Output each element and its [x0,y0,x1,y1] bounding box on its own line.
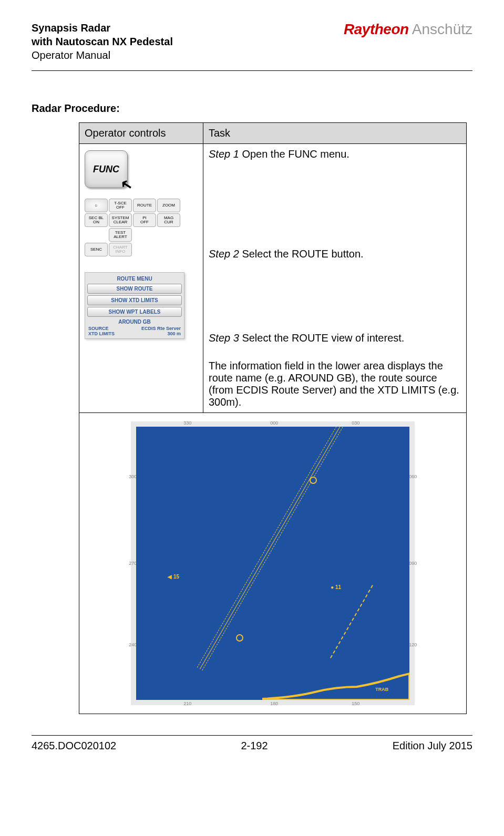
route-source-row: SOURCE ECDIS Rte Server [87,326,182,331]
btn-secbl[interactable]: SEC BL ON [85,213,108,227]
step-1: Step 1 Open the FUNC menu. [209,148,461,227]
route-menu-title: ROUTE MENU [87,276,182,282]
secondary-track [330,585,373,658]
func-label: FUNC [93,164,119,175]
btn-pi[interactable]: PI OFF [133,213,156,227]
tick-180: 180 [270,701,278,706]
page-footer: 4265.DOC020102 2-192 Edition July 2015 [32,735,472,752]
col-header-controls: Operator controls [79,123,203,144]
waypoint-1 [236,634,243,642]
btn-show-route[interactable]: SHOW ROUTE [87,284,182,294]
tick-030: 030 [352,420,359,426]
header-title-block: Synapsis Radar with Nautoscan NX Pedesta… [32,21,173,62]
section-title: Radar Procedure: [32,102,472,115]
tick-090: 090 [409,561,417,566]
source-key: SOURCE [88,326,109,331]
subtitle: Operator Manual [32,48,173,62]
func-menu-grid: ☼ T-SCE OFF ROUTE ZOOM SEC BL ON SYSTEM … [85,199,198,256]
header-divider [32,70,472,71]
col-header-task: Task [203,123,467,144]
route-xtd-row: XTD LIMITS 300 m [87,331,182,336]
radar-cell: 330 000 030 300 270 240 060 090 120 210 … [79,413,467,714]
step-1-label: Step 1 [209,148,239,160]
footer-page: 2-192 [241,740,268,752]
btn-route[interactable]: ROUTE [133,199,156,212]
step-2-label: Step 2 [209,248,239,260]
footer-doc: 4265.DOC020102 [32,740,116,752]
procedure-table: Operator controls Task FUNC ↖ ☼ T-SCE OF… [79,122,467,714]
xtd-key: XTD LIMITS [88,331,115,336]
title-line-1: Synapsis Radar [32,21,173,35]
task-cell: Step 1 Open the FUNC menu. Step 2 Select… [203,144,467,413]
tick-330: 330 [183,420,191,426]
label-trab: TRAB [375,687,388,692]
brightness-icon[interactable]: ☼ [85,199,108,212]
route-name: AROUND GB [87,319,182,325]
step-3-text: Select the ROUTE view of interest. [239,332,405,344]
tick-000: 000 [270,420,278,426]
btn-senc[interactable]: SENC [85,243,108,256]
page-header: Synapsis Radar with Nautoscan NX Pedesta… [32,21,472,67]
controls-cell: FUNC ↖ ☼ T-SCE OFF ROUTE ZOOM SEC BL ON … [79,144,203,413]
step-1-text: Open the FUNC menu. [239,148,349,160]
coastline [262,668,409,700]
tick-060: 060 [409,474,417,479]
tick-210: 210 [183,701,191,706]
info-paragraph: The information field in the lower area … [209,360,461,408]
step-3: Step 3 Select the ROUTE view of interest… [209,332,461,344]
tick-270: 270 [129,561,137,566]
title-line-2: with Nautoscan NX Pedestal [32,35,173,48]
btn-zoom[interactable]: ZOOM [157,199,180,212]
xtd-value: 300 m [167,331,181,336]
marker-11: ● 11 [331,584,341,590]
radar-inner: ◀ 15 ● 11 TRAB [136,427,409,700]
waypoint-2 [310,477,317,484]
func-button-graphic: FUNC ↖ [85,150,128,188]
route-centerline [200,427,353,669]
step-3-label: Step 3 [209,332,239,344]
brand-secondary: Anschütz [412,21,472,37]
btn-sysclear[interactable]: SYSTEM CLEAR [109,213,132,227]
marker-15: ◀ 15 [168,574,179,580]
source-value: ECDIS Rte Server [141,326,181,331]
cursor-icon: ↖ [117,175,134,195]
tick-300: 300 [129,474,137,479]
tick-240: 240 [129,642,137,647]
btn-chartinfo[interactable]: CHART INFO [109,243,132,256]
tick-150: 150 [352,701,359,706]
step-2: Step 2 Select the ROUTE button. [209,248,461,311]
route-corridor [197,427,355,670]
brand-primary: Raytheon [344,21,409,37]
step-2-text: Select the ROUTE button. [239,248,364,260]
route-menu-panel: ROUTE MENU SHOW ROUTE SHOW XTD LIMITS SH… [85,272,184,339]
btn-magcur[interactable]: MAG CUR [157,213,180,227]
btn-tsce[interactable]: T-SCE OFF [109,199,132,212]
btn-show-xtd[interactable]: SHOW XTD LIMITS [87,295,182,305]
btn-testalert[interactable]: TEST ALERT [109,228,132,242]
brand-block: Raytheon Anschütz [344,21,472,38]
footer-edition: Edition July 2015 [393,740,472,752]
radar-display: 330 000 030 300 270 240 060 090 120 210 … [131,421,415,705]
func-button[interactable]: FUNC ↖ [85,150,128,188]
btn-show-wpt[interactable]: SHOW WPT LABELS [87,307,182,317]
tick-120: 120 [409,642,417,647]
